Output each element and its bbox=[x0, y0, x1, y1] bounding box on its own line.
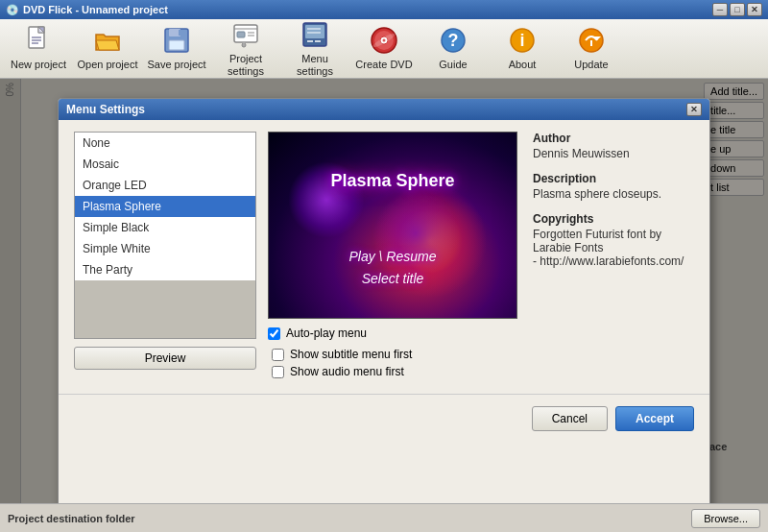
new-project-button[interactable]: New project bbox=[4, 21, 73, 77]
svg-text:?: ? bbox=[448, 31, 459, 50]
author-label: Author bbox=[533, 132, 694, 145]
preview-button[interactable]: Preview bbox=[74, 347, 256, 370]
svg-rect-17 bbox=[305, 25, 324, 38]
create-dvd-label: Create DVD bbox=[355, 59, 412, 71]
audio-row: Show audio menu first bbox=[272, 365, 517, 378]
subtitle-label: Show subtitle menu first bbox=[290, 348, 412, 361]
new-project-icon bbox=[23, 25, 54, 56]
modal-close-button[interactable]: ✕ bbox=[686, 103, 702, 116]
author-section: Author Dennis Meuwissen bbox=[533, 132, 694, 160]
about-label: About bbox=[509, 59, 537, 71]
preview-menu-items: Play \ Resume Select title bbox=[269, 246, 516, 289]
main-area: 0% Add title... title... e title e up do… bbox=[0, 79, 768, 532]
menu-settings-button[interactable]: Menu settings bbox=[280, 21, 349, 77]
open-project-icon bbox=[92, 25, 123, 56]
auto-play-row: Auto-play menu bbox=[268, 326, 517, 340]
menu-item-orange-led[interactable]: Orange LED bbox=[75, 175, 255, 196]
close-button[interactable]: ✕ bbox=[747, 3, 762, 16]
preview-menu-item-2: Select title bbox=[269, 268, 516, 289]
modal-footer: Cancel Accept bbox=[59, 394, 709, 443]
preview-image: Plasma Sphere Play \ Resume Select title bbox=[268, 132, 517, 319]
info-panel: Author Dennis Meuwissen Description Plas… bbox=[529, 132, 694, 378]
bottom-checkboxes: Show subtitle menu first Show audio menu… bbox=[272, 348, 517, 378]
guide-icon: ? bbox=[438, 25, 468, 56]
save-project-label: Save project bbox=[147, 59, 205, 71]
menu-item-the-party[interactable]: The Party bbox=[75, 259, 255, 280]
create-dvd-icon bbox=[369, 25, 399, 56]
title-bar-left: 💿 DVD Flick - Unnamed project bbox=[6, 4, 168, 16]
title-bar: 💿 DVD Flick - Unnamed project ─ □ ✕ bbox=[0, 0, 768, 19]
window-title: DVD Flick - Unnamed project bbox=[23, 4, 168, 15]
author-value: Dennis Meuwissen bbox=[533, 147, 694, 160]
auto-play-checkbox[interactable] bbox=[268, 327, 280, 340]
minimize-button[interactable]: ─ bbox=[712, 3, 728, 16]
svg-rect-15 bbox=[243, 42, 245, 45]
description-section: Description Plasma sphere closeups. bbox=[533, 172, 694, 201]
menu-list-panel: None Mosaic Orange LED Plasma Sphere Sim… bbox=[74, 132, 256, 378]
subtitle-row: Show subtitle menu first bbox=[272, 348, 517, 361]
audio-checkbox[interactable] bbox=[272, 366, 284, 378]
toolbar: New project Open project Save project bbox=[0, 19, 768, 79]
update-icon bbox=[576, 25, 607, 56]
modal-titlebar: Menu Settings ✕ bbox=[59, 99, 709, 120]
modal-body: None Mosaic Orange LED Plasma Sphere Sim… bbox=[59, 120, 709, 390]
svg-rect-8 bbox=[179, 30, 181, 36]
bottom-bar: Project destination folder Browse... bbox=[0, 503, 768, 532]
cancel-button[interactable]: Cancel bbox=[532, 406, 608, 431]
preview-title: Plasma Sphere bbox=[269, 171, 516, 191]
about-icon: i bbox=[507, 25, 538, 56]
svg-rect-7 bbox=[169, 40, 184, 50]
preview-panel: Plasma Sphere Play \ Resume Select title… bbox=[268, 132, 517, 378]
menu-settings-label: Menu settings bbox=[284, 53, 346, 78]
copyrights-label: Copyrights bbox=[533, 212, 694, 226]
guide-label: Guide bbox=[439, 59, 467, 71]
menu-settings-icon bbox=[300, 19, 330, 50]
menu-list-spacer bbox=[75, 280, 255, 338]
menu-item-plasma-sphere[interactable]: Plasma Sphere bbox=[75, 196, 255, 217]
title-bar-controls: ─ □ ✕ bbox=[712, 3, 762, 16]
create-dvd-button[interactable]: Create DVD bbox=[349, 21, 419, 77]
modal-overlay: Menu Settings ✕ None Mosaic Orange LED P… bbox=[0, 79, 768, 532]
menu-item-none[interactable]: None bbox=[75, 133, 255, 154]
accept-button[interactable]: Accept bbox=[615, 406, 694, 431]
description-value: Plasma sphere closeups. bbox=[533, 187, 694, 201]
preview-menu-item-1: Play \ Resume bbox=[269, 246, 516, 267]
open-project-label: Open project bbox=[78, 59, 138, 71]
menu-list: None Mosaic Orange LED Plasma Sphere Sim… bbox=[74, 132, 256, 339]
project-destination-label: Project destination folder bbox=[8, 513, 135, 524]
save-project-button[interactable]: Save project bbox=[142, 21, 211, 77]
about-button[interactable]: i About bbox=[488, 21, 557, 77]
save-project-icon bbox=[161, 25, 192, 56]
modal-title: Menu Settings bbox=[66, 103, 145, 116]
copyrights-section: Copyrights Forgotten Futurist font by La… bbox=[533, 212, 694, 268]
app-icon: 💿 bbox=[6, 4, 19, 16]
guide-button[interactable]: ? Guide bbox=[419, 21, 488, 77]
new-project-label: New project bbox=[11, 59, 66, 71]
update-label: Update bbox=[574, 59, 608, 71]
audio-label: Show audio menu first bbox=[290, 365, 404, 378]
subtitle-checkbox[interactable] bbox=[272, 349, 284, 361]
project-settings-label: Project settings bbox=[215, 53, 276, 78]
menu-item-mosaic[interactable]: Mosaic bbox=[75, 154, 255, 175]
menu-settings-dialog: Menu Settings ✕ None Mosaic Orange LED P… bbox=[58, 98, 710, 520]
browse-button[interactable]: Browse... bbox=[691, 509, 760, 528]
svg-rect-11 bbox=[237, 32, 245, 37]
menu-item-simple-black[interactable]: Simple Black bbox=[75, 217, 255, 238]
svg-text:i: i bbox=[519, 31, 524, 50]
menu-item-simple-white[interactable]: Simple White bbox=[75, 238, 255, 259]
description-label: Description bbox=[533, 172, 694, 185]
project-settings-icon bbox=[230, 19, 261, 50]
open-project-button[interactable]: Open project bbox=[73, 21, 142, 77]
auto-play-label: Auto-play menu bbox=[286, 326, 367, 340]
project-settings-button[interactable]: Project settings bbox=[211, 21, 280, 77]
maximize-button[interactable]: □ bbox=[730, 3, 745, 16]
update-button[interactable]: Update bbox=[557, 21, 626, 77]
copyrights-value: Forgotten Futurist font by Larabie Fonts… bbox=[533, 228, 694, 268]
